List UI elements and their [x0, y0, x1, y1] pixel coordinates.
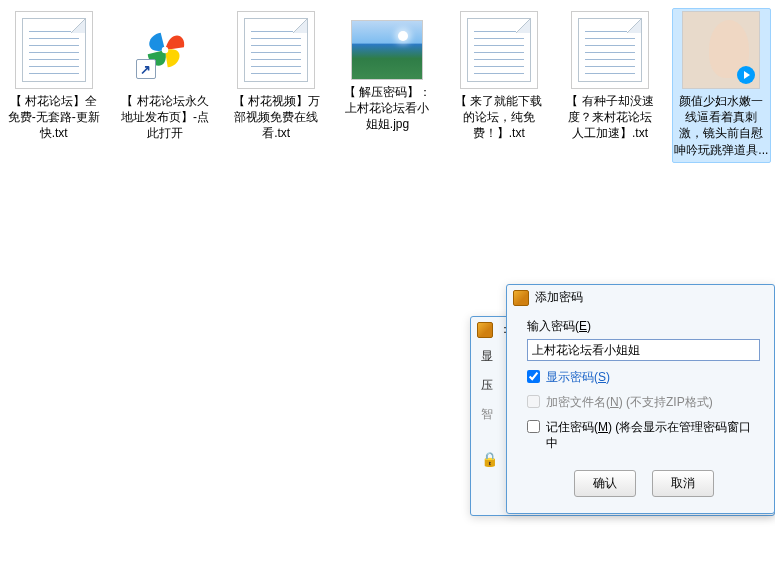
file-item-jpg[interactable]: 【 解压密码】：上村花论坛看小姐姐.jpg — [338, 8, 437, 163]
file-item-video[interactable]: 颜值少妇水嫩一线逼看着真刺激，镜头前自慰呻吟玩跳弹道具... — [672, 8, 771, 163]
dialog-button-row: 确认 取消 — [527, 470, 760, 497]
file-item-shortcut[interactable]: ↗ 【 村花论坛永久地址发布页】-点此打开 — [115, 8, 214, 163]
show-password-label: 显示密码(S) — [546, 369, 610, 386]
txt-file-icon — [578, 18, 642, 82]
file-thumb — [237, 11, 315, 89]
encrypt-filename-row[interactable]: 加密文件名(N) (不支持ZIP格式) — [527, 394, 760, 411]
file-grid: 【 村花论坛】全免费-无套路-更新快.txt ↗ 【 村花论坛永久地址发布页】-… — [0, 0, 775, 171]
lock-icon: 🔒 — [481, 451, 498, 467]
txt-file-icon — [22, 18, 86, 82]
file-label: 【 有种子却没速度？来村花论坛人工加速】.txt — [562, 93, 657, 142]
file-thumb — [682, 11, 760, 89]
archive-app-icon — [513, 290, 529, 306]
file-thumb: ↗ — [126, 11, 204, 89]
shortcut-arrow-icon: ↗ — [136, 59, 156, 79]
file-label: 【 村花论坛永久地址发布页】-点此打开 — [117, 93, 212, 142]
file-item-txt4[interactable]: 【 有种子却没速度？来村花论坛人工加速】.txt — [560, 8, 659, 163]
password-input-label: 输入密码(E) — [527, 318, 760, 335]
password-input[interactable] — [527, 339, 760, 361]
txt-file-icon — [467, 18, 531, 82]
file-thumb — [571, 11, 649, 89]
remember-password-checkbox[interactable] — [527, 420, 540, 433]
video-thumbnail-icon — [683, 12, 759, 88]
file-label: 颜值少妇水嫩一线逼看着真刺激，镜头前自慰呻吟玩跳弹道具... — [674, 93, 769, 158]
dialog-title-text: 添加密码 — [535, 289, 583, 306]
file-label: 【 解压密码】：上村花论坛看小姐姐.jpg — [340, 84, 435, 133]
ok-button[interactable]: 确认 — [574, 470, 636, 497]
file-thumb — [15, 11, 93, 89]
file-item-txt1[interactable]: 【 村花论坛】全免费-无套路-更新快.txt — [4, 8, 103, 163]
dialog-titlebar[interactable]: 添加密码 — [507, 285, 774, 310]
file-label: 【 村花论坛】全免费-无套路-更新快.txt — [6, 93, 101, 142]
file-item-txt3[interactable]: 【 来了就能下载的论坛，纯免费！】.txt — [449, 8, 548, 163]
show-password-row[interactable]: 显示密码(S) — [527, 369, 760, 386]
add-password-dialog: 添加密码 输入密码(E) 显示密码(S) 加密文件名(N) (不支持ZIP格式)… — [506, 284, 775, 514]
archive-app-icon — [477, 322, 493, 338]
encrypt-filename-checkbox[interactable] — [527, 395, 540, 408]
encrypt-filename-label: 加密文件名(N) (不支持ZIP格式) — [546, 394, 713, 411]
remember-password-label: 记住密码(M) (将会显示在管理密码窗口中 — [546, 419, 760, 453]
file-thumb — [351, 20, 423, 80]
cancel-button[interactable]: 取消 — [652, 470, 714, 497]
play-badge-icon — [737, 66, 755, 84]
show-password-checkbox[interactable] — [527, 370, 540, 383]
svg-point-0 — [162, 47, 168, 53]
pinwheel-browser-icon: ↗ — [138, 23, 192, 77]
file-label: 【 村花视频】万部视频免费在线看.txt — [229, 93, 324, 142]
file-thumb — [460, 11, 538, 89]
file-label: 【 来了就能下载的论坛，纯免费！】.txt — [451, 93, 546, 142]
remember-password-row[interactable]: 记住密码(M) (将会显示在管理密码窗口中 — [527, 419, 760, 453]
file-item-txt2[interactable]: 【 村花视频】万部视频免费在线看.txt — [227, 8, 326, 163]
landscape-photo-icon — [352, 21, 422, 79]
txt-file-icon — [244, 18, 308, 82]
